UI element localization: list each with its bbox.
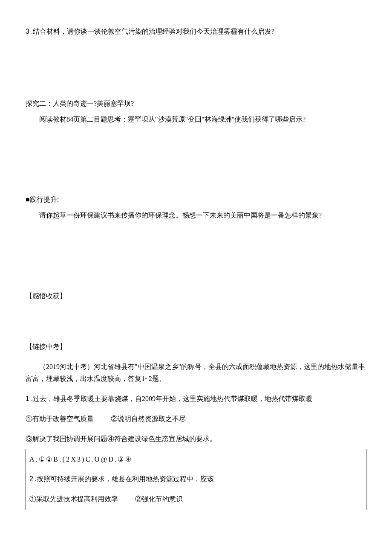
exam-link-intro: （2019河北中考）河北省雄县有"中国温泉之乡"的称号，全县的六成面积蕴藏地热资… bbox=[26, 361, 366, 386]
q1-statements-1-2: ①有助于改善空气质量②说明自然资源取之不尽 bbox=[26, 413, 366, 425]
q1-stmt-1: ①有助于改善空气质量 bbox=[26, 415, 94, 422]
question-3: 3 .结合材料，请你谈一谈伦敦空气污染的治理经验对我们今天治理雾霾有什么启发? bbox=[26, 26, 366, 38]
q1-text: .过去，雄县冬季取暖主要靠烧煤，自2009年开始，这里实施地热代带煤取暖，地热代… bbox=[29, 395, 312, 402]
q1-stmt-2: ②说明自然资源取之不尽 bbox=[111, 415, 186, 422]
practice-title: ■践行提升: bbox=[26, 194, 366, 206]
q3-number: 3 bbox=[26, 28, 29, 35]
q2-number: 2 bbox=[29, 475, 33, 482]
exam-link-title: 【链接中考】 bbox=[26, 341, 366, 353]
q1-statements-3-4: ③解决了我国协调开展问题④符合建设绿色生态宜居城的要求。 bbox=[26, 433, 366, 445]
q3-text: .结合材料，请你谈一谈伦敦空气污染的治理经验对我们今天治理雾霾有什么启发? bbox=[29, 28, 274, 35]
practice-body: 请你起草一份环保建议书来传播你的环保理念。畅想一下未来的美丽中国将是一番怎样的景… bbox=[26, 209, 366, 222]
inquiry-2-title: 探究二：人类的奇迹一?美丽塞罕坝? bbox=[26, 98, 366, 110]
q2-stmt-2: ②强化节约意识 bbox=[135, 495, 183, 503]
q2-statements-1-2: ①采取先进技术提高利用效率②强化节约意识 bbox=[29, 493, 363, 506]
q2-stmt-1: ①采取先进技术提高利用效率 bbox=[29, 495, 118, 503]
q1-number: 1 bbox=[26, 395, 29, 402]
question-2: 2 .按照可持续开展的要求，雄县在利用地热资源过程中，应该 bbox=[29, 473, 363, 485]
q1-options: A.①②B.(2X3)C.O@D.③④ bbox=[29, 453, 363, 466]
reflection-title: 【感悟收获】 bbox=[26, 290, 366, 302]
inquiry-2-body: 阅读教材84页第二目题思考：塞罕坝从"沙漠荒原"变回"林海绿洲"使我们获得了哪些… bbox=[26, 113, 366, 126]
q2-text: .按照可持续开展的要求，雄县在利用地热资源过程中，应该 bbox=[33, 475, 214, 482]
question-1: 1 .过去，雄县冬季取暖主要靠烧煤，自2009年开始，这里实施地热代带煤取暖，地… bbox=[26, 393, 366, 405]
answer-box: A.①②B.(2X3)C.O@D.③④ 2 .按照可持续开展的要求，雄县在利用地… bbox=[26, 449, 366, 510]
